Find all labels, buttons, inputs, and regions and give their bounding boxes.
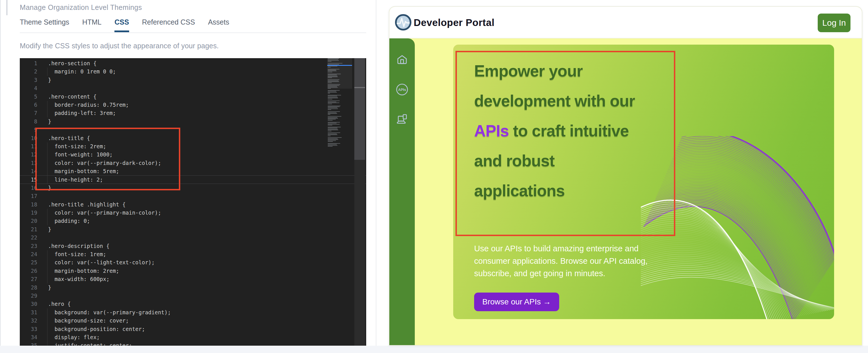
- minimap-mark: [328, 61, 332, 62]
- minimap-mark: [328, 141, 333, 142]
- hero-title-text: Empower your: [474, 62, 583, 80]
- line-number: 25: [20, 258, 37, 266]
- line-content: background-size: cover;: [48, 317, 129, 325]
- theming-tabs: Theme SettingsHTMLCSSReferenced CSSAsset…: [20, 18, 229, 32]
- code-line[interactable]: 31 background: var(--primary-gradient);: [20, 309, 366, 317]
- line-number: 3: [20, 76, 37, 84]
- line-number: 23: [20, 242, 37, 250]
- minimap-mark: [328, 111, 340, 112]
- code-line[interactable]: 8}: [20, 118, 366, 126]
- line-content: font-weight: 1000;: [48, 151, 113, 159]
- minimap-mark: [328, 127, 341, 127]
- line-number: 33: [20, 325, 37, 333]
- code-line[interactable]: 2 margin: 0 1rem 0 0;: [20, 67, 366, 76]
- code-line[interactable]: 17: [20, 192, 366, 200]
- apis-circle-icon[interactable]: APIs: [396, 83, 409, 96]
- code-line[interactable]: 29: [20, 292, 366, 300]
- brand-title: Developer Portal: [414, 7, 494, 38]
- code-line[interactable]: 33 background-position: center;: [20, 325, 366, 333]
- minimap-mark: [328, 79, 339, 80]
- code-line[interactable]: 34 display: flex;: [20, 333, 366, 342]
- browse-apis-button[interactable]: Browse our APIs →: [474, 293, 559, 311]
- tab-css[interactable]: CSS: [115, 18, 129, 32]
- code-line[interactable]: 20 padding: 0;: [20, 217, 366, 225]
- line-content: color: var(--primary-dark-color);: [48, 159, 161, 167]
- hero-title-line: APIs to craft intuitive: [474, 116, 689, 146]
- home-icon[interactable]: [396, 53, 409, 66]
- login-button[interactable]: Log In: [818, 13, 850, 32]
- code-line[interactable]: 5.hero-content {: [20, 93, 366, 101]
- code-line[interactable]: 24 font-size: 1rem;: [20, 250, 366, 258]
- tab-assets[interactable]: Assets: [208, 18, 229, 32]
- line-content: margin-bottom: 5rem;: [48, 167, 119, 175]
- minimap-mark: [328, 109, 331, 110]
- code-line[interactable]: 22: [20, 233, 366, 242]
- code-line[interactable]: 16}: [20, 184, 366, 192]
- tab-html[interactable]: HTML: [82, 18, 101, 32]
- hero-description-line: Use our APIs to build amazing enterprise…: [474, 242, 678, 255]
- minimap-mark: [328, 134, 337, 134]
- minimap-mark: [328, 74, 337, 75]
- minimap-mark: [328, 77, 332, 78]
- minimap-mark: [328, 117, 337, 118]
- minimap-mark: [328, 72, 332, 72]
- tab-theme-settings[interactable]: Theme Settings: [20, 18, 69, 32]
- code-line[interactable]: 9: [20, 126, 366, 134]
- indent-guide: [47, 250, 48, 258]
- code-line[interactable]: 15 line-height: 2;: [20, 175, 366, 184]
- code-line[interactable]: 25 color: var(--light-text-color);: [20, 258, 366, 266]
- line-content: border-radius: 0.75rem;: [48, 101, 129, 109]
- hero-title-highlight: APIs: [474, 122, 509, 140]
- code-line[interactable]: 18.hero-title .highlight {: [20, 200, 366, 209]
- minimap-mark: [328, 85, 339, 86]
- minimap-mark: [328, 122, 340, 123]
- minimap-mark: [328, 98, 338, 98]
- minimap-mark: [328, 102, 336, 102]
- minimap-mark: [328, 88, 331, 89]
- api-products-icon[interactable]: [396, 113, 409, 126]
- indent-guide: [47, 142, 48, 151]
- code-line[interactable]: 21}: [20, 225, 366, 233]
- code-line[interactable]: 26 margin-bottom: 2rem;: [20, 267, 366, 275]
- tab-referenced-css[interactable]: Referenced CSS: [142, 18, 195, 32]
- line-content: .hero {: [48, 300, 71, 308]
- code-line[interactable]: 11 font-size: 2rem;: [20, 142, 366, 151]
- pulse-circle-icon: [395, 14, 411, 31]
- minimap-mark: [328, 70, 336, 70]
- hero-title-text: and robust: [474, 152, 555, 170]
- minimap-mark: [328, 83, 332, 83]
- page-title: Manage Organization Level Themings: [20, 3, 142, 11]
- code-line[interactable]: 7 padding-left: 3rem;: [20, 109, 366, 117]
- code-line[interactable]: 13 color: var(--primary-dark-color);: [20, 159, 366, 167]
- minimap-mark: [328, 66, 337, 66]
- code-line[interactable]: 6 border-radius: 0.75rem;: [20, 101, 366, 109]
- indent-guide: [47, 151, 48, 159]
- bottom-strip: [0, 346, 868, 353]
- code-line[interactable]: 1.hero-section {: [20, 59, 366, 67]
- line-number: 18: [20, 200, 37, 209]
- indent-guide: [47, 67, 48, 76]
- line-number: 26: [20, 267, 37, 275]
- line-content: font-size: 1rem;: [48, 250, 106, 258]
- editor-scrollbar-thumb[interactable]: [354, 58, 365, 160]
- code-line[interactable]: 30.hero {: [20, 300, 366, 308]
- indent-guide: [47, 333, 48, 342]
- code-line[interactable]: 27 max-width: 600px;: [20, 275, 366, 283]
- code-line[interactable]: 12 font-weight: 1000;: [20, 151, 366, 159]
- minimap-mark: [328, 84, 340, 85]
- code-line[interactable]: 19 color: var(--primary-main-color);: [20, 209, 366, 217]
- code-line[interactable]: 4: [20, 84, 366, 92]
- minimap-mark: [328, 71, 337, 71]
- code-line[interactable]: 32 background-size: cover;: [20, 317, 366, 325]
- minimap-mark: [328, 116, 341, 117]
- code-line[interactable]: 23.hero-description {: [20, 242, 366, 250]
- minimap[interactable]: [327, 58, 352, 148]
- code-line[interactable]: 14 margin-bottom: 5rem;: [20, 167, 366, 175]
- minimap-mark: [328, 143, 340, 144]
- minimap-mark: [328, 64, 339, 65]
- code-line[interactable]: 10.hero-title {: [20, 134, 366, 142]
- code-line[interactable]: 28}: [20, 284, 366, 292]
- css-code-editor[interactable]: 1.hero-section {2 margin: 0 1rem 0 0;3}4…: [20, 58, 366, 346]
- code-line[interactable]: 3}: [20, 76, 366, 84]
- portal-preview-card: Developer Portal Log In APIs Empower yo: [389, 6, 862, 346]
